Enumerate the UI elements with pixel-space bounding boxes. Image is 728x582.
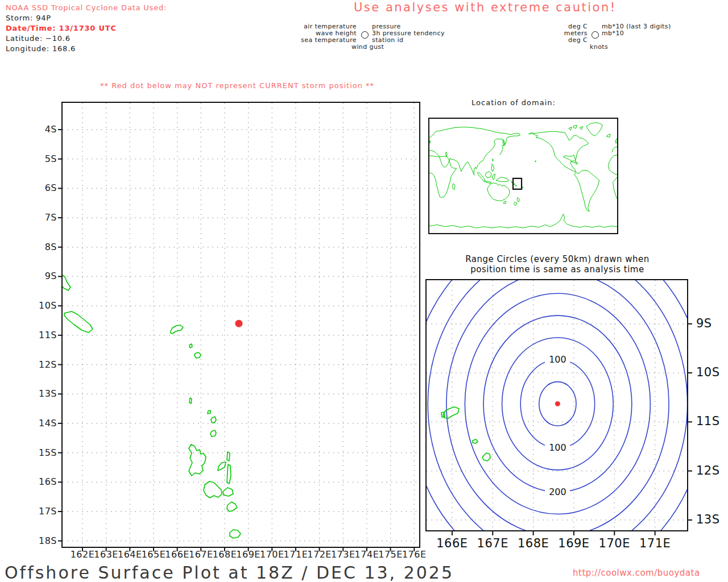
range-contour-label: 100 — [545, 442, 570, 453]
main-lat-tick-label: 17S — [27, 506, 57, 517]
range-lat-tick-label: 9S — [696, 317, 712, 330]
footer-url: http://coolwx.com/buoydata — [573, 568, 700, 578]
caution-headline: Use analyses with extreme caution! — [354, 1, 617, 14]
range-lon-tick-label: 171E — [637, 537, 673, 550]
buoydata-surface-plot-page: { "header": { "storm_info_title": "NOAA … — [0, 0, 728, 582]
range-contour-label: 200 — [545, 487, 570, 497]
main-lat-tick-label: 10S — [27, 300, 57, 311]
range-center-dot — [555, 401, 560, 406]
unit-pressure-tendency: mb*10 — [602, 30, 624, 37]
range-lon-tick-label: 170E — [596, 537, 632, 550]
range-contour-label: 100 — [545, 354, 570, 365]
main-lat-tick-label: 16S — [27, 476, 57, 487]
main-lat-tick-label: 5S — [27, 153, 57, 164]
footer-plot-title: Offshore Surface Plot at 18Z / DEC 13, 2… — [5, 563, 454, 582]
main-lat-tick-label: 15S — [27, 447, 57, 458]
main-lon-tick-label: 176E — [400, 549, 428, 560]
legend-wind-gust: wind gust — [351, 43, 384, 51]
storm-longitude-line: Longitude: 168.6 — [6, 44, 167, 54]
main-lat-tick-label: 8S — [27, 242, 57, 252]
range-lat-tick-label: 13S — [696, 513, 720, 526]
range-plot-title-line1: Range Circles (every 50km) drawn when — [431, 254, 684, 264]
range-lon-tick-label: 168E — [515, 537, 552, 550]
range-lat-tick-label: 10S — [696, 365, 720, 379]
world-coastlines — [429, 123, 617, 228]
main-surface-map — [61, 102, 420, 548]
storm-info-block: NOAA SSD Tropical Cyclone Data Used: Sto… — [6, 3, 167, 54]
main-lat-tick-label: 7S — [27, 212, 57, 223]
main-lat-tick-label: 6S — [27, 182, 57, 193]
range-lat-tick-label: 11S — [696, 414, 720, 428]
domain-locator-map — [428, 118, 618, 234]
station-model-units-circle-icon — [592, 31, 599, 39]
storm-info-title: NOAA SSD Tropical Cyclone Data Used: — [6, 3, 167, 13]
storm-id-line: Storm: 94P — [6, 13, 167, 23]
main-lat-tick-label: 13S — [27, 388, 57, 399]
red-dot-warning: ** Red dot below may NOT represent CURRE… — [100, 81, 374, 90]
main-map-coastlines — [60, 273, 241, 538]
storm-datetime-line: Date/Time: 13/1730 UTC — [6, 23, 167, 34]
main-lat-tick-label: 14S — [27, 418, 57, 429]
unit-wind-gust: knots — [590, 43, 608, 51]
storm-latitude-line: Latitude: −10.6 — [6, 34, 167, 44]
unit-sea-temperature: deg C — [512, 36, 588, 44]
main-lat-tick-label: 11S — [27, 330, 57, 340]
legend-sea-temperature: sea temperature — [245, 36, 357, 44]
range-lat-tick-label: 12S — [696, 464, 720, 477]
main-lat-tick-label: 9S — [27, 271, 57, 281]
range-lon-tick-label: 169E — [556, 537, 592, 550]
main-map-axis-ticks — [58, 130, 414, 551]
storm-position-dot — [235, 320, 242, 327]
range-lon-tick-label: 166E — [434, 537, 470, 550]
range-plot-title-line2: position time is same as analysis time — [431, 264, 684, 275]
world-map-canvas — [429, 119, 617, 233]
range-lon-tick-label: 167E — [474, 537, 511, 550]
domain-map-title: Location of domain: — [428, 98, 599, 107]
main-lat-tick-label: 4S — [27, 124, 57, 135]
main-map-canvas — [63, 103, 419, 547]
main-lat-tick-label: 18S — [27, 535, 57, 546]
station-model-circle-icon — [361, 31, 369, 39]
main-lat-tick-label: 12S — [27, 359, 57, 370]
